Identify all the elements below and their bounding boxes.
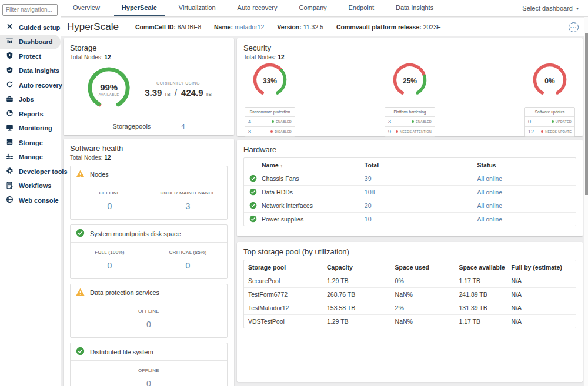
table-row: 8 DISABLED xyxy=(245,126,295,136)
enabled-count-link[interactable]: 4 xyxy=(248,119,251,125)
pool-card-title: Top storage pool (by utilization) xyxy=(243,247,576,256)
hardware-table: Name↑ Total Status Chassis Fans 39 All o… xyxy=(243,157,576,226)
tab-virtualization[interactable]: Virtualization xyxy=(171,0,223,16)
tab-hyperscale[interactable]: HyperScale xyxy=(114,0,165,16)
sidebar-item-reports[interactable]: Reports xyxy=(0,107,61,122)
sort-header-name[interactable]: Name↑ xyxy=(262,162,365,169)
sidebar-item-storage[interactable]: Storage xyxy=(0,136,61,150)
storage-availability-gauge: 99% AVAILABLE xyxy=(86,65,132,113)
software-updates-section: 0% Software updates 0 UPDATED 12 NEEDS U… xyxy=(524,62,575,137)
table-row: 4 ENABLED xyxy=(245,116,295,126)
security-card-title: Security xyxy=(243,43,576,52)
tab-endpoint[interactable]: Endpoint xyxy=(341,0,382,16)
dashboard-icon xyxy=(6,38,14,46)
tab-company[interactable]: Company xyxy=(291,0,334,16)
storage-total-nodes: Total Nodes: 12 xyxy=(70,54,228,61)
status-dot xyxy=(552,120,554,123)
sidebar-item-label: Monitoring xyxy=(19,125,52,132)
status-dot xyxy=(272,120,274,123)
offline-count-link[interactable]: 0 xyxy=(71,379,227,386)
updated-count-link[interactable]: 0 xyxy=(528,119,531,125)
nodes-panel: Nodes OFFLINE 0 UNDER MAINTENANCE 3 xyxy=(70,166,228,220)
tab-overview[interactable]: Overview xyxy=(65,0,108,16)
storagepools-count-link[interactable]: 4 xyxy=(181,123,185,130)
full-count-link[interactable]: 0 xyxy=(71,261,149,270)
panel-title: Distributed file system xyxy=(90,348,153,355)
sidebar-item-dashboard[interactable]: Dashboard xyxy=(0,35,61,49)
sidebar-item-label: Reports xyxy=(19,110,44,118)
commcell-id: CommCell ID:8ADBE8 xyxy=(135,24,201,31)
table-row: Chassis Fans 39 All online xyxy=(244,172,576,185)
tab-data-insights[interactable]: Data Insights xyxy=(388,0,441,16)
check-circle-icon xyxy=(249,188,257,197)
sidebar-item-developer-tools[interactable]: Developer tools xyxy=(0,165,61,179)
donut-chart-icon xyxy=(6,109,14,118)
total-count-link[interactable]: 39 xyxy=(365,175,372,182)
enabled-count-link[interactable]: 3 xyxy=(388,119,391,125)
document-pencil-icon xyxy=(6,182,14,190)
distributed-fs-panel: Distributed file system OFFLINE 0 xyxy=(70,343,228,386)
total-count-link[interactable]: 10 xyxy=(365,216,372,223)
critical-count-link[interactable]: 0 xyxy=(149,261,227,270)
software-health-card: Software health Total Nodes: 12 Nodes OF… xyxy=(64,139,234,386)
status-dot xyxy=(412,120,414,123)
total-count-link[interactable]: 20 xyxy=(365,202,372,209)
database-icon xyxy=(6,138,14,147)
pool-name: TestForm6772 xyxy=(244,291,327,298)
gear-icon xyxy=(6,167,14,176)
pool-name: TestMatador12 xyxy=(244,304,327,311)
table-row: TestForm6772 268.76 TB NaN% 241.89 TB N/… xyxy=(244,287,576,301)
ransomware-gauge: 33% xyxy=(252,62,288,100)
status-link[interactable]: All online xyxy=(477,202,503,209)
needs-attention-count-link[interactable]: 9 xyxy=(388,129,391,135)
sidebar-item-auto-recovery[interactable]: Auto recovery xyxy=(0,78,61,93)
hardening-gauge: 25% xyxy=(392,62,428,100)
hardware-table-header: Name↑ Total Status xyxy=(244,158,576,172)
table-row: 12 NEEDS UPDATE xyxy=(525,126,574,136)
filter-navigation-input[interactable] xyxy=(2,4,58,16)
updates-table: Software updates 0 UPDATED 12 NEEDS UPDA… xyxy=(524,107,575,137)
sidebar-item-guided-setup[interactable]: Guided setup xyxy=(0,21,61,35)
sidebar-item-data-insights[interactable]: Data Insights xyxy=(0,63,61,78)
sidebar-item-jobs[interactable]: Jobs xyxy=(0,92,61,107)
platform-release: Commvault platform release:2023E xyxy=(336,24,441,31)
storagepools-label: Storagepools xyxy=(113,123,151,130)
table-row: VDSTestPool 1.29 TB NaN% 1.17 TB N/A xyxy=(244,314,576,328)
sidebar-item-web-console[interactable]: Web console xyxy=(0,193,61,208)
dashboard-content: Storage Total Nodes: 12 99% AVAILABLE CU… xyxy=(61,36,584,386)
version: Version:11.32.5 xyxy=(277,24,323,31)
warning-icon xyxy=(76,170,85,179)
table-row: SecurePool 1.29 TB 0% 1.17 TB N/A xyxy=(244,274,576,287)
maintenance-count-link[interactable]: 3 xyxy=(149,202,227,211)
tools-icon xyxy=(6,23,14,32)
data-protection-panel: Data protection services OFFLINE 0 xyxy=(70,284,228,338)
table-row: 3 ENABLED xyxy=(385,116,435,126)
software-health-total-nodes: Total Nodes: 12 xyxy=(70,155,228,161)
sidebar-item-manage[interactable]: Manage xyxy=(0,150,61,165)
needs-update-count-link[interactable]: 12 xyxy=(528,129,534,135)
status-link[interactable]: All online xyxy=(477,216,503,223)
sidebar-item-workflows[interactable]: Workflows xyxy=(0,179,61,193)
table-row: Data HDDs 108 All online xyxy=(244,185,576,199)
disabled-count-link[interactable]: 8 xyxy=(248,129,251,135)
total-count-link[interactable]: 108 xyxy=(365,189,375,196)
check-circle-icon xyxy=(76,347,85,357)
sidebar-item-label: Workflows xyxy=(19,182,51,189)
commcell-name-link[interactable]: matador12 xyxy=(235,24,264,31)
status-link[interactable]: All online xyxy=(477,189,503,196)
status-dot xyxy=(396,130,398,133)
updates-gauge: 0% xyxy=(532,62,568,100)
scrollbar-thumb[interactable] xyxy=(585,33,588,195)
offline-count-link[interactable]: 0 xyxy=(71,202,149,211)
offline-count-link[interactable]: 0 xyxy=(71,320,227,329)
status-link[interactable]: All online xyxy=(477,175,503,182)
sidebar-item-protect[interactable]: Protect xyxy=(0,49,61,64)
space-used-value: 3.39 xyxy=(145,88,162,98)
select-dashboard-dropdown[interactable]: Select dashboard ▾ xyxy=(522,5,579,12)
more-options-button[interactable]: ··· xyxy=(569,22,579,32)
table-row: Network interfaces 20 All online xyxy=(244,199,576,212)
tab-auto-recovery[interactable]: Auto recovery xyxy=(230,0,285,16)
globe-icon xyxy=(6,196,14,204)
sidebar-item-monitoring[interactable]: Monitoring xyxy=(0,121,61,136)
sidebar-item-label: Dashboard xyxy=(19,38,52,45)
